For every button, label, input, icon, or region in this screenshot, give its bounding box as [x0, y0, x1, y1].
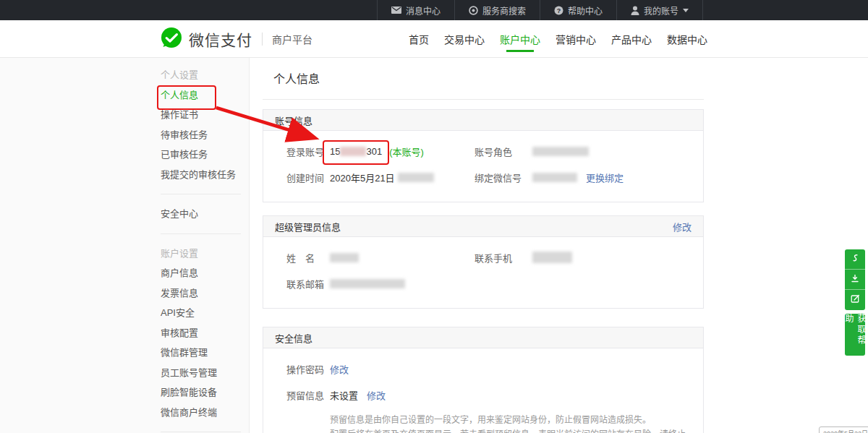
floating-help-menu: 获取帮助: [845, 249, 865, 356]
account-info-panel: 账号信息 登录账号 15 301 (本账号): [263, 109, 704, 202]
topbar-my-account[interactable]: 我的账号: [616, 0, 703, 20]
redacted-wechat-id: [532, 173, 577, 182]
sidebar: 个人设置 个人信息 操作证书 待审核任务 已审核任务 我提交的审核任务 安全中心…: [0, 58, 250, 433]
reserved-info-value: 未设置: [330, 388, 358, 402]
account-role-label: 账号角色: [475, 145, 532, 158]
topbar-message-center[interactable]: 消息中心: [377, 0, 454, 20]
bound-wechat-label: 绑定微信号: [475, 171, 532, 184]
account-info-title: 账号信息: [275, 113, 312, 127]
nav-product-center[interactable]: 产品中心: [610, 20, 653, 57]
operation-password-modify-link[interactable]: 修改: [330, 362, 349, 376]
login-account-label: 登录账号: [286, 145, 330, 158]
topbar: 消息中心 服务商搜索 ? 帮助中心 我的账号: [0, 0, 868, 20]
nav-account-center[interactable]: 账户中心: [498, 20, 542, 57]
security-info-title: 安全信息: [275, 331, 312, 345]
contact-email-label: 联系邮箱: [286, 277, 330, 291]
reserved-info-label: 预留信息: [286, 388, 330, 402]
redacted-login-middle: [340, 147, 366, 156]
super-admin-modify-link[interactable]: 修改: [673, 220, 692, 233]
sidebar-item-reviewed-tasks[interactable]: 已审核任务: [161, 145, 249, 165]
topbar-provider-search[interactable]: 服务商搜索: [454, 0, 540, 20]
sidebar-group-account-settings: 账户设置: [161, 244, 249, 264]
date-badge: 2020年5月22日: [819, 426, 868, 433]
brand-title: 微信支付: [189, 28, 252, 50]
super-admin-header: 超级管理员信息 修改: [263, 216, 703, 237]
sidebar-item-wechat-merchant-terminal[interactable]: 微信商户终端: [161, 403, 249, 423]
page-title: 个人信息: [263, 58, 704, 100]
message-icon: [391, 7, 401, 14]
feedback-button[interactable]: [845, 290, 865, 310]
feedback-icon: [850, 293, 860, 306]
topbar-my-account-label: 我的账号: [644, 4, 678, 17]
sidebar-divider: [161, 432, 241, 432]
topbar-help-label: 帮助中心: [568, 4, 603, 17]
sidebar-item-invoice-info[interactable]: 发票信息: [161, 283, 249, 304]
reserved-info-modify-link[interactable]: 修改: [367, 388, 386, 402]
svg-text:?: ?: [557, 7, 561, 14]
help-icon: ?: [554, 6, 563, 15]
reserved-info-description: 预留信息是由你自己设置的一段文字，用来鉴定网站身份，防止假冒网站造成损失。 配置…: [330, 413, 692, 433]
security-info-panel: 安全信息 操作密码 修改 预留信息 未设置 修改: [263, 327, 704, 433]
user-icon: [631, 6, 639, 15]
sidebar-item-pending-review-tasks[interactable]: 待审核任务: [161, 125, 249, 145]
get-help-label: 获取帮助: [843, 314, 867, 356]
current-account-tag: (本账号): [389, 145, 424, 158]
main-nav: 首页 交易中心 账户中心 营销中心 产品中心 数据中心: [407, 20, 709, 57]
logo-divider: [262, 33, 263, 46]
sidebar-item-api-security[interactable]: API安全: [161, 303, 249, 323]
page: 消息中心 服务商搜索 ? 帮助中心 我的账号: [0, 0, 868, 433]
portal-subtitle: 商户平台: [272, 32, 312, 46]
redacted-email: [330, 279, 405, 288]
get-help-button[interactable]: 获取帮助: [845, 314, 865, 356]
sidebar-item-staff-account-management[interactable]: 员工账号管理: [161, 363, 249, 383]
chevron-down-icon: [683, 9, 689, 12]
nav-data-center[interactable]: 数据中心: [665, 20, 709, 57]
header: 微信支付 商户平台 首页 交易中心 账户中心 营销中心 产品中心 数据中心: [0, 20, 868, 58]
main-content: 个人信息 账号信息 登录账号 15 301 (本账号): [250, 58, 868, 433]
sidebar-item-operation-certificate[interactable]: 操作证书: [161, 105, 249, 125]
redacted-name: [330, 253, 359, 262]
search-icon: [469, 6, 478, 15]
wechat-pay-logo[interactable]: 微信支付 商户平台: [161, 20, 312, 57]
contact-phone-label: 联系手机: [475, 251, 532, 265]
rebind-link[interactable]: 更换绑定: [586, 171, 624, 184]
nav-marketing-center[interactable]: 营销中心: [554, 20, 597, 57]
nav-transaction-center[interactable]: 交易中心: [443, 20, 486, 57]
nav-home[interactable]: 首页: [407, 20, 430, 57]
topbar-help-center[interactable]: ? 帮助中心: [540, 0, 616, 20]
sidebar-item-my-submitted-tasks[interactable]: 我提交的审核任务: [161, 165, 249, 185]
created-time-value: 2020年5月21日: [330, 171, 434, 184]
super-admin-panel: 超级管理员信息 修改 姓 名 联系手机: [263, 215, 704, 309]
sidebar-item-security-center[interactable]: 安全中心: [161, 204, 249, 224]
sidebar-item-face-smart-device[interactable]: 刷脸智能设备: [161, 382, 249, 403]
topbar-provider-search-label: 服务商搜索: [482, 4, 526, 17]
sidebar-item-merchant-info[interactable]: 商户信息: [161, 263, 249, 283]
redacted-phone: [532, 252, 572, 263]
download-icon: [850, 273, 860, 286]
sidebar-item-wechat-group-management[interactable]: 微信群管理: [161, 343, 249, 363]
account-info-header: 账号信息: [263, 110, 703, 131]
download-button[interactable]: [845, 270, 865, 290]
sidebar-item-review-config[interactable]: 审核配置: [161, 323, 249, 343]
security-info-header: 安全信息: [263, 327, 703, 348]
name-label: 姓 名: [286, 251, 330, 265]
topbar-message-label: 消息中心: [406, 4, 441, 17]
sidebar-divider: [161, 194, 241, 194]
redacted-created-time: [398, 173, 434, 182]
contact-icon: [850, 253, 860, 266]
sidebar-divider: [161, 233, 241, 234]
super-admin-title: 超级管理员信息: [275, 220, 341, 233]
sidebar-group-personal-settings: 个人设置: [161, 65, 249, 85]
wechat-pay-logo-icon: [161, 27, 182, 51]
sidebar-item-personal-info[interactable]: 个人信息: [161, 85, 249, 106]
operation-password-label: 操作密码: [286, 362, 330, 376]
contact-button[interactable]: [845, 249, 865, 270]
login-account-value: 15 301 (本账号): [330, 145, 424, 158]
redacted-account-role: [532, 147, 589, 156]
created-time-label: 创建时间: [286, 171, 330, 184]
